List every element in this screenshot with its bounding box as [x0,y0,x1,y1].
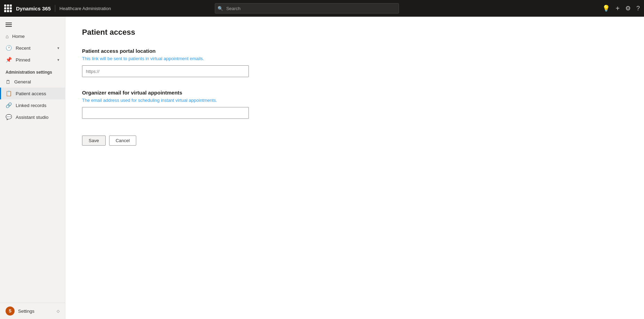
sidebar: ⌂ Home 🕐 Recent ▾ 📌 Pinned ▾ Administrat… [0,17,65,319]
add-icon[interactable]: + [616,5,620,13]
topnav-actions: 💡 + ⚙ ? [602,5,640,13]
portal-location-description: This link will be sent to patients in vi… [82,56,627,61]
organizer-email-input[interactable] [82,107,249,119]
search-icon: 🔍 [218,6,223,11]
page-title: Patient access [82,28,627,37]
organizer-email-section: Organizer email for virtual appointments… [82,90,627,119]
sidebar-linked-records-label: Linked records [16,103,47,108]
assistant-studio-icon: 💬 [6,114,12,120]
recent-icon: 🕐 [6,45,12,51]
main-content: Patient access Patient access portal loc… [65,17,644,319]
sidebar-item-recent[interactable]: 🕐 Recent ▾ [0,42,65,54]
lightbulb-icon[interactable]: 💡 [602,5,610,12]
organizer-email-description: The email address used for scheduling in… [82,98,627,103]
save-button[interactable]: Save [82,136,106,146]
patient-access-icon: 📋 [6,90,12,97]
form-actions: Save Cancel [82,136,627,146]
brand-name: Dynamics 365 [16,6,51,11]
sidebar-item-linked-records[interactable]: 🔗 Linked records [0,99,65,111]
settings-avatar: S [6,306,15,316]
global-search: 🔍 [215,3,399,14]
chevron-right-icon: ◇ [57,309,59,313]
sidebar-general-label: General [14,79,31,84]
sidebar-recent-label: Recent [16,46,31,51]
sidebar-item-assistant-studio[interactable]: 💬 Assistant studio [0,111,65,123]
pinned-icon: 📌 [6,57,12,63]
admin-settings-section-label: Administration settings [0,66,65,76]
cancel-button[interactable]: Cancel [109,136,136,146]
settings-label: Settings [18,309,53,314]
portal-location-section: Patient access portal location This link… [82,48,627,77]
sidebar-pinned-label: Pinned [16,57,30,63]
search-input[interactable] [215,3,399,14]
settings-icon[interactable]: ⚙ [625,5,631,12]
sidebar-assistant-studio-label: Assistant studio [16,115,49,120]
linked-records-icon: 🔗 [6,102,12,108]
app-subtitle: Healthcare Administration [59,6,111,11]
portal-location-label: Patient access portal location [82,48,627,54]
sidebar-item-patient-access[interactable]: 📋 Patient access [0,88,65,99]
chevron-down-icon: ▾ [57,58,59,62]
sidebar-item-general[interactable]: 🗒 General [0,76,65,88]
sidebar-patient-access-label: Patient access [16,91,46,96]
organizer-email-label: Organizer email for virtual appointments [82,90,627,96]
app-body: ⌂ Home 🕐 Recent ▾ 📌 Pinned ▾ Administrat… [0,17,644,319]
hamburger-button[interactable] [0,17,65,31]
help-icon[interactable]: ? [636,5,640,12]
nav-divider [55,5,55,12]
general-icon: 🗒 [6,79,11,85]
chevron-down-icon: ▾ [57,46,59,50]
home-icon: ⌂ [6,33,9,39]
top-navigation: Dynamics 365 Healthcare Administration 🔍… [0,0,644,17]
portal-location-input[interactable] [82,65,249,77]
sidebar-item-home[interactable]: ⌂ Home [0,31,65,42]
sidebar-home-label: Home [12,34,25,39]
app-launcher-icon[interactable] [4,5,12,12]
sidebar-bottom-settings[interactable]: S Settings ◇ [0,303,65,319]
sidebar-item-pinned[interactable]: 📌 Pinned ▾ [0,54,65,66]
